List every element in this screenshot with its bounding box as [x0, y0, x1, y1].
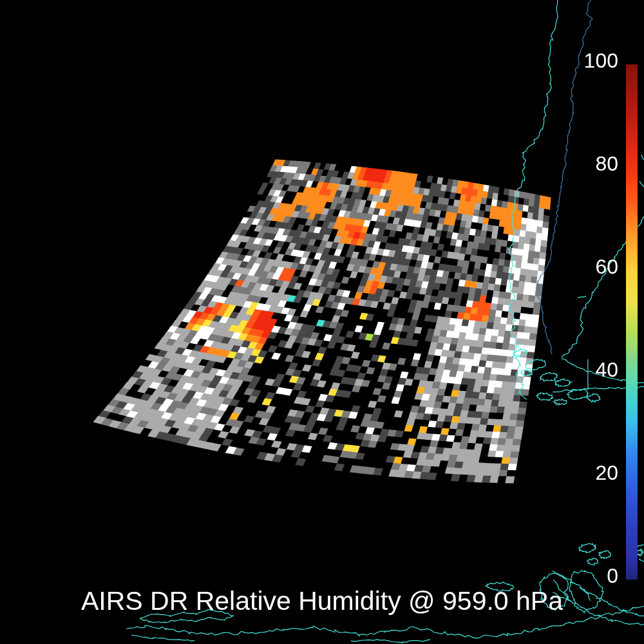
figure-title: AIRS DR Relative Humidity @ 959.0 hPa — [0, 587, 644, 615]
colorbar-tick-label: 80 — [573, 153, 618, 174]
colorbar-tick-label: 100 — [573, 50, 618, 71]
colorbar-tick-label: 20 — [573, 462, 618, 483]
figure-root: 100806040200 AIRS DR Relative Humidity @… — [0, 0, 644, 644]
colorbar-tick-label: 0 — [573, 565, 618, 586]
colorbar — [626, 64, 638, 580]
colorbar-tick-label: 40 — [573, 359, 618, 380]
colorbar-tick-label: 60 — [573, 256, 618, 277]
map-canvas — [0, 0, 644, 644]
